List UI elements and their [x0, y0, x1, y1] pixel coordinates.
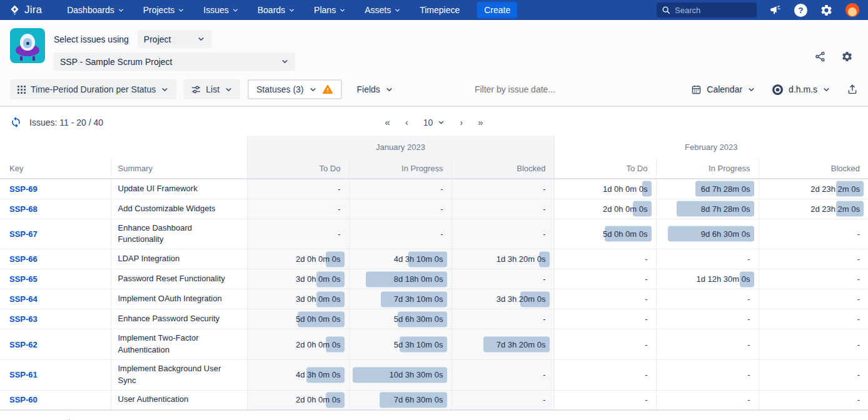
issue-key-cell: SSP-66 [0, 249, 111, 269]
pagination: « ‹ 10 › » [385, 117, 483, 128]
issue-summary: Implement OAuth Integration [111, 289, 247, 309]
create-button[interactable]: Create [477, 2, 517, 18]
table-row: SSP-60User Authentication2d 0h 0m 0s7d 6… [0, 390, 868, 410]
search-box[interactable] [657, 2, 757, 18]
duration-cell: - [656, 359, 759, 390]
share-icon[interactable] [814, 51, 826, 62]
last-page-button[interactable]: » [478, 117, 483, 128]
chevron-down-icon [288, 7, 295, 14]
sliders-icon [191, 85, 201, 94]
duration-value: 4d 3h 10m 0s [394, 254, 443, 264]
duration-value: - [440, 229, 443, 239]
help-icon[interactable]: ? [794, 4, 807, 17]
search-input[interactable] [675, 6, 744, 15]
user-avatar[interactable] [845, 3, 859, 17]
month-group-february: February 2023 [554, 136, 868, 158]
jira-logo-icon [9, 4, 21, 16]
duration-cell: 7d 6h 30m 0s [349, 390, 452, 410]
first-page-button[interactable]: « [385, 117, 390, 128]
nav-item-assets[interactable]: Assets [365, 5, 401, 15]
issue-key-link[interactable]: SSP-67 [9, 229, 38, 239]
duration-cell: - [452, 269, 554, 289]
issue-key-cell: SSP-68 [0, 199, 111, 219]
grid-icon [18, 86, 26, 94]
duration-value: 5d 3h 10m 0s [394, 340, 443, 349]
issue-date-filter-input[interactable] [475, 84, 612, 94]
duration-value: - [747, 314, 750, 324]
report-type-button[interactable]: Time-Period Duration per Status [10, 79, 176, 99]
issue-key-link[interactable]: SSP-61 [9, 370, 38, 379]
issue-key-link[interactable]: SSP-65 [9, 274, 38, 284]
duration-cell: 10d 3h 30m 0s [349, 359, 452, 390]
nav-item-plans[interactable]: Plans [314, 5, 346, 15]
nav-item-issues[interactable]: Issues [203, 5, 238, 15]
fields-button[interactable]: Fields [350, 79, 401, 99]
export-icon[interactable] [847, 84, 858, 95]
duration-cell: - [452, 199, 554, 219]
duration-value: - [543, 184, 545, 194]
issue-key-link[interactable]: SSP-62 [9, 340, 38, 349]
duration-cell: 5d 3h 10m 0s [349, 329, 452, 360]
nav-item-boards[interactable]: Boards [258, 5, 295, 15]
issue-key-link[interactable]: SSP-69 [9, 184, 38, 194]
chevron-down-icon [178, 7, 184, 14]
nav-item-projects[interactable]: Projects [143, 5, 185, 15]
search-icon [662, 6, 670, 14]
announcements-icon[interactable] [769, 4, 782, 16]
inprogress-column-header: In Progress [656, 158, 759, 179]
report-settings-icon[interactable] [841, 51, 853, 62]
duration-cell: - [452, 179, 554, 199]
duration-cell: - [554, 249, 656, 269]
duration-value: - [857, 340, 860, 349]
duration-value: - [645, 274, 647, 284]
duration-value: - [645, 395, 647, 404]
issue-source-select[interactable]: Project [138, 30, 211, 48]
duration-value: 2d 23h 2m 0s [810, 184, 860, 194]
duration-value: 9d 6h 30m 0s [701, 229, 750, 239]
duration-cell: - [656, 390, 759, 410]
table-row: SSP-65Password Reset Functionality3d 0h … [0, 269, 868, 289]
settings-icon[interactable] [820, 4, 833, 17]
nav-item-dashboards[interactable]: Dashboards [67, 5, 124, 15]
nav-right: ? [657, 2, 859, 18]
timepiece-app-icon [10, 28, 45, 63]
report-toolbar: Time-Period Duration per Status List Sta… [0, 74, 868, 106]
view-mode-button[interactable]: List [184, 79, 240, 99]
blocked-column-header: Blocked [452, 158, 554, 179]
duration-cell: 8d 7h 28m 0s [656, 199, 759, 219]
duration-value: - [645, 254, 647, 264]
issue-summary: Implement Background User Sync [111, 359, 247, 390]
project-select[interactable]: SSP - Sample Scrum Project [54, 52, 295, 71]
nav-item-timepiece[interactable]: Timepiece [420, 5, 460, 15]
issue-key-cell: SSP-63 [0, 309, 111, 329]
duration-format-select[interactable]: d.h.m.s [772, 84, 830, 96]
duration-value: 5d 0h 0m 0s [603, 229, 648, 239]
duration-value: 5d 0h 0m 0s [296, 314, 341, 324]
duration-value: - [645, 340, 647, 349]
issue-key-link[interactable]: SSP-63 [9, 314, 38, 324]
issue-key-cell: SSP-61 [0, 359, 111, 390]
todo-column-header: To Do [247, 158, 349, 179]
issue-key-link[interactable]: SSP-66 [9, 254, 38, 264]
jira-logo[interactable]: Jira [9, 4, 42, 16]
statuses-button[interactable]: Statuses (3) [248, 79, 341, 99]
issue-key-link[interactable]: SSP-64 [9, 294, 38, 304]
warning-icon [322, 84, 333, 95]
next-page-button[interactable]: › [460, 117, 463, 128]
issue-key-link[interactable]: SSP-60 [9, 395, 38, 404]
duration-cell: 2d 23h 2m 0s [759, 179, 868, 199]
issue-key-link[interactable]: SSP-68 [9, 204, 38, 214]
duration-cell: - [349, 199, 452, 219]
duration-cell: 3d 3h 20m 0s [452, 289, 554, 309]
page-size-select[interactable]: 10 [423, 118, 445, 128]
duration-cell: - [759, 329, 868, 360]
prev-page-button[interactable]: ‹ [405, 117, 408, 128]
chevron-down-icon [232, 7, 239, 14]
table-row: SSP-62Implement Two-Factor Authenticatio… [0, 329, 868, 360]
month-group-january: January 2023 [247, 136, 554, 158]
calendar-select[interactable]: Calendar [691, 84, 755, 95]
duration-cell: - [759, 390, 868, 410]
refresh-icon[interactable] [10, 116, 22, 128]
issues-pagination-row: Issues: 11 - 20 / 40 « ‹ 10 › » [0, 107, 868, 136]
duration-value: - [440, 204, 443, 214]
